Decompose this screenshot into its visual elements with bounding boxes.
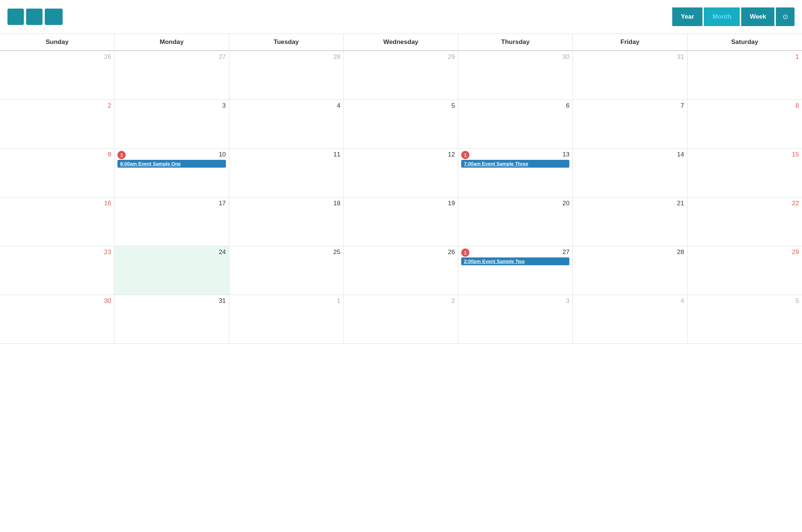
prev-button[interactable]: [7, 9, 24, 25]
day-header: Tuesday: [229, 34, 344, 50]
day-cell[interactable]: 31: [114, 295, 229, 343]
week-row: 91108:00am Event Sample One11121137:00am…: [0, 149, 802, 197]
event-badge[interactable]: 1: [461, 248, 469, 257]
day-cell[interactable]: 17: [114, 197, 229, 246]
day-cell[interactable]: 12: [344, 149, 458, 197]
day-cell[interactable]: 23: [0, 246, 114, 295]
day-cell[interactable]: 6: [458, 100, 573, 148]
day-cell[interactable]: 1137:00am Event Sample Three: [458, 149, 573, 197]
day-cell[interactable]: 3: [458, 295, 573, 343]
day-number: 4: [337, 102, 340, 110]
day-number: 1: [337, 297, 340, 305]
day-number: 13: [563, 151, 570, 158]
day-header-inner: 5: [691, 297, 799, 305]
day-number: 7: [680, 102, 684, 110]
day-header-inner: 27: [117, 53, 226, 61]
day-number: 2: [452, 297, 455, 305]
day-cell[interactable]: 26: [0, 51, 114, 99]
day-number: 12: [448, 151, 455, 158]
day-cell[interactable]: 8: [688, 100, 802, 148]
day-cell[interactable]: 1108:00am Event Sample One: [114, 149, 229, 197]
day-number: 29: [448, 53, 455, 61]
day-header-inner: 15: [691, 151, 799, 158]
day-cell[interactable]: 14: [573, 149, 687, 197]
day-number: 19: [448, 200, 455, 207]
event-item[interactable]: 2:00pm Event Sample Two: [461, 257, 569, 265]
event-badge[interactable]: 1: [461, 151, 469, 159]
day-header-inner: 11: [232, 151, 340, 158]
day-cell[interactable]: 3: [114, 100, 229, 148]
day-cell[interactable]: 1: [688, 51, 802, 99]
month-view-button[interactable]: Month: [704, 7, 740, 26]
day-cell[interactable]: 4: [229, 100, 344, 148]
day-number: 14: [677, 151, 684, 158]
day-number: 8: [796, 102, 799, 110]
day-number: 27: [563, 248, 570, 256]
calendar-grid: SundayMondayTuesdayWednesdayThursdayFrid…: [0, 34, 802, 344]
day-cell[interactable]: 15: [688, 149, 802, 197]
day-cell[interactable]: 5: [688, 295, 802, 343]
today-button[interactable]: [45, 9, 63, 25]
day-header-inner: 28: [232, 53, 340, 61]
day-header-inner: 20: [461, 200, 569, 207]
week-view-button[interactable]: Week: [741, 7, 774, 26]
day-number: 11: [333, 151, 340, 158]
day-header-inner: 7: [576, 102, 684, 110]
day-cell[interactable]: 30: [0, 295, 114, 343]
day-cell[interactable]: 28: [573, 246, 687, 295]
day-cell[interactable]: 1: [229, 295, 344, 343]
day-cell[interactable]: 28: [229, 51, 344, 99]
day-header-inner: 3: [117, 102, 226, 110]
day-number: 16: [104, 200, 111, 207]
day-header-inner: 17: [117, 200, 226, 207]
day-header-inner: 113: [461, 151, 569, 158]
day-number: 4: [680, 297, 684, 305]
day-number: 30: [104, 297, 111, 305]
day-cell[interactable]: 25: [229, 246, 344, 295]
day-cell[interactable]: 24: [114, 246, 229, 295]
day-cell[interactable]: 26: [344, 246, 458, 295]
event-item[interactable]: 8:00am Event Sample One: [117, 160, 226, 168]
day-cell[interactable]: 9: [0, 149, 114, 197]
day-cell[interactable]: 2: [0, 100, 114, 148]
day-number: 10: [219, 151, 226, 158]
download-button[interactable]: ⊙: [776, 7, 795, 26]
day-number: 31: [677, 53, 684, 61]
day-cell[interactable]: 31: [573, 51, 687, 99]
day-cell[interactable]: 2: [344, 295, 458, 343]
day-cell[interactable]: 4: [573, 295, 687, 343]
year-view-button[interactable]: Year: [672, 7, 702, 26]
day-header-inner: 5: [347, 102, 455, 110]
day-number: 25: [333, 248, 340, 256]
day-cell[interactable]: 16: [0, 197, 114, 246]
calendar-container: Year Month Week ⊙ SundayMondayTuesdayWed…: [0, 0, 802, 348]
day-cell[interactable]: 27: [114, 51, 229, 99]
event-item[interactable]: 7:00am Event Sample Three: [461, 160, 569, 168]
day-cell[interactable]: 20: [458, 197, 573, 246]
day-header-inner: 2: [3, 102, 111, 110]
day-cell[interactable]: 21: [573, 197, 687, 246]
day-cell[interactable]: 18: [229, 197, 344, 246]
day-number: 9: [108, 151, 111, 158]
day-number: 29: [792, 248, 799, 256]
next-button[interactable]: [26, 9, 43, 25]
day-cell[interactable]: 11: [229, 149, 344, 197]
day-cell[interactable]: 22: [688, 197, 802, 246]
day-cell[interactable]: 30: [458, 51, 573, 99]
day-header-inner: 127: [461, 248, 569, 256]
toolbar-right: Year Month Week ⊙: [672, 7, 795, 26]
day-cell[interactable]: 7: [573, 100, 687, 148]
day-number: 24: [219, 248, 226, 256]
day-header-inner: 4: [576, 297, 684, 305]
day-cell[interactable]: 19: [344, 197, 458, 246]
day-header-inner: 31: [576, 53, 684, 61]
day-header-inner: 3: [461, 297, 569, 305]
day-cell[interactable]: 29: [688, 246, 802, 295]
day-cell[interactable]: 1272:00pm Event Sample Two: [458, 246, 573, 295]
day-number: 26: [104, 53, 111, 61]
event-badge[interactable]: 1: [117, 151, 126, 159]
day-cell[interactable]: 5: [344, 100, 458, 148]
day-cell[interactable]: 29: [344, 51, 458, 99]
day-number: 20: [563, 200, 570, 207]
day-headers: SundayMondayTuesdayWednesdayThursdayFrid…: [0, 34, 802, 51]
